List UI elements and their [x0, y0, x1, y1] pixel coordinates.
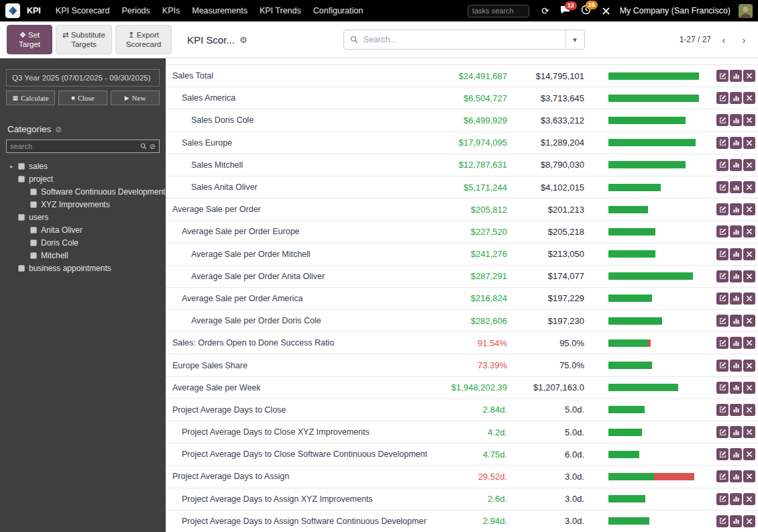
- kpi-row[interactable]: Project Average Days to Assign XYZ Impro…: [166, 488, 758, 511]
- kpi-row[interactable]: Sales Anita Oliver $5,171,244 $4,102,015: [166, 176, 758, 199]
- kpi-row[interactable]: Project Average Days to Close 2.84d. 5.0…: [166, 399, 758, 421]
- kpi-row[interactable]: Sales Doris Cole $6,499,929 $3,633,212: [166, 109, 758, 131]
- edit-kpi-button[interactable]: [716, 137, 728, 149]
- category-search-input[interactable]: [10, 142, 138, 150]
- kpi-row[interactable]: Average Sale per Order Doris Cole $282,6…: [166, 310, 758, 332]
- activities-button[interactable]: 16: [581, 5, 591, 17]
- tasks-search-input[interactable]: [468, 5, 529, 17]
- remove-kpi-button[interactable]: [743, 181, 755, 193]
- kpi-row[interactable]: Average Sale per Order Europe $227,520 $…: [166, 221, 758, 243]
- remove-kpi-button[interactable]: [743, 270, 755, 282]
- category-tree-item[interactable]: ▸ users: [6, 211, 160, 223]
- edit-kpi-button[interactable]: [716, 382, 728, 394]
- kpi-row[interactable]: Sales Europe $17,974,095 $1,289,204: [166, 132, 758, 154]
- category-checkbox[interactable]: [30, 252, 37, 259]
- edit-kpi-button[interactable]: [716, 360, 728, 372]
- category-checkbox[interactable]: [18, 265, 25, 272]
- nav-item-kpi-scorecard[interactable]: KPI Scorecard: [50, 3, 115, 18]
- kpi-chart-button[interactable]: [730, 382, 742, 394]
- category-checkbox[interactable]: [18, 163, 25, 170]
- kpi-row[interactable]: Average Sale per Order $205,812 $201,213: [166, 199, 758, 221]
- kpi-row[interactable]: Average Sale per Order Mitchell $241,276…: [166, 244, 758, 266]
- edit-kpi-button[interactable]: [716, 493, 728, 505]
- remove-kpi-button[interactable]: [743, 92, 755, 104]
- remove-kpi-button[interactable]: [743, 360, 755, 372]
- category-search-icon[interactable]: [140, 143, 147, 150]
- edit-kpi-button[interactable]: [716, 114, 728, 126]
- kpi-chart-button[interactable]: [730, 426, 742, 438]
- kpi-row[interactable]: Sales Mitchell $12,787,631 $8,790,030: [166, 154, 758, 176]
- kpi-row[interactable]: Project Average Days to Close Software C…: [166, 443, 758, 466]
- new-period-button[interactable]: ▶New: [111, 91, 160, 105]
- kpi-chart-button[interactable]: [730, 137, 742, 149]
- remove-kpi-button[interactable]: [743, 448, 755, 460]
- remove-kpi-button[interactable]: [743, 137, 755, 149]
- edit-kpi-button[interactable]: [716, 337, 728, 349]
- kpi-chart-button[interactable]: [730, 270, 742, 282]
- kpi-chart-button[interactable]: [730, 248, 742, 260]
- remove-kpi-button[interactable]: [743, 248, 755, 260]
- remove-kpi-button[interactable]: [743, 493, 755, 505]
- category-checkbox[interactable]: [30, 240, 37, 246]
- kpi-row[interactable]: Project Average Days to Assign 29.52d. 3…: [166, 466, 758, 488]
- remove-kpi-button[interactable]: [743, 70, 755, 82]
- edit-kpi-button[interactable]: [716, 404, 728, 416]
- substitute-targets-button[interactable]: ⇄Substitute Targets: [56, 25, 112, 54]
- remove-kpi-button[interactable]: [743, 404, 755, 416]
- period-selector[interactable]: Q3 Year 2025 (07/01/2025 - 09/30/2025): [6, 69, 160, 87]
- kpi-chart-button[interactable]: [730, 203, 742, 215]
- kpi-chart-button[interactable]: [730, 360, 742, 372]
- remove-kpi-button[interactable]: [743, 382, 755, 394]
- category-search-clear-icon[interactable]: ⊘: [150, 142, 156, 151]
- user-avatar[interactable]: [739, 4, 753, 18]
- edit-kpi-button[interactable]: [716, 292, 728, 305]
- tree-caret-icon[interactable]: ▸: [10, 163, 18, 170]
- app-name[interactable]: KPI: [27, 6, 41, 15]
- category-tree-item[interactable]: ▸ sales: [6, 160, 160, 172]
- kpi-row[interactable]: Sales Total $24,491,687 $14,795,101: [166, 65, 758, 87]
- kpi-chart-button[interactable]: [730, 159, 742, 171]
- category-checkbox[interactable]: [30, 201, 37, 208]
- edit-kpi-button[interactable]: [716, 470, 728, 482]
- edit-kpi-button[interactable]: [716, 92, 728, 104]
- kpi-chart-button[interactable]: [730, 515, 742, 527]
- category-checkbox[interactable]: [30, 227, 37, 233]
- kpi-chart-button[interactable]: [730, 404, 742, 416]
- remove-kpi-button[interactable]: [743, 515, 755, 527]
- tools-icon[interactable]: [602, 7, 610, 15]
- nav-item-configuration[interactable]: Configuration: [308, 3, 368, 18]
- remove-kpi-button[interactable]: [743, 225, 755, 237]
- edit-kpi-button[interactable]: [716, 515, 728, 527]
- kpi-chart-button[interactable]: [730, 225, 742, 237]
- nav-item-measurements[interactable]: Measurements: [186, 3, 253, 18]
- edit-kpi-button[interactable]: [716, 448, 728, 460]
- app-logo-icon[interactable]: [5, 3, 20, 18]
- kpi-chart-button[interactable]: [730, 448, 742, 460]
- edit-kpi-button[interactable]: [716, 270, 728, 282]
- edit-kpi-button[interactable]: [716, 203, 728, 215]
- remove-kpi-button[interactable]: [743, 114, 755, 126]
- edit-kpi-button[interactable]: [716, 225, 728, 237]
- remove-kpi-button[interactable]: [743, 470, 755, 482]
- kpi-row[interactable]: Europe Sales Share 73.39% 75.0%: [166, 354, 758, 376]
- category-checkbox[interactable]: [30, 189, 37, 195]
- kpi-chart-button[interactable]: [730, 181, 742, 193]
- kpi-chart-button[interactable]: [730, 92, 742, 104]
- nav-item-kpis[interactable]: KPIs: [157, 3, 185, 18]
- nav-item-kpi-trends[interactable]: KPI Trends: [254, 3, 307, 18]
- kpi-chart-button[interactable]: [730, 114, 742, 126]
- category-checkbox[interactable]: [18, 176, 25, 182]
- calculate-button[interactable]: ▦Calculate: [6, 91, 55, 105]
- edit-kpi-button[interactable]: [716, 70, 728, 82]
- category-tree-item[interactable]: ▸ business appointments: [6, 262, 160, 274]
- category-tree-item[interactable]: ▸ XYZ Improvements: [6, 198, 160, 211]
- kpi-row[interactable]: Average Sale per Order Anita Oliver $287…: [166, 266, 758, 288]
- search-dropdown-toggle[interactable]: ▾: [565, 30, 584, 49]
- kpi-row[interactable]: Project Average Days to Close XYZ Improv…: [166, 421, 758, 443]
- category-tree-item[interactable]: ▸ Mitchell: [6, 249, 160, 262]
- kpi-chart-button[interactable]: [730, 337, 742, 349]
- kpi-row[interactable]: Average Sale per Order America $216,824 …: [166, 288, 758, 310]
- search-input[interactable]: [360, 35, 565, 44]
- kpi-row[interactable]: Project Average Days to Assign Software …: [166, 511, 758, 532]
- sync-icon[interactable]: ⟳: [541, 5, 549, 16]
